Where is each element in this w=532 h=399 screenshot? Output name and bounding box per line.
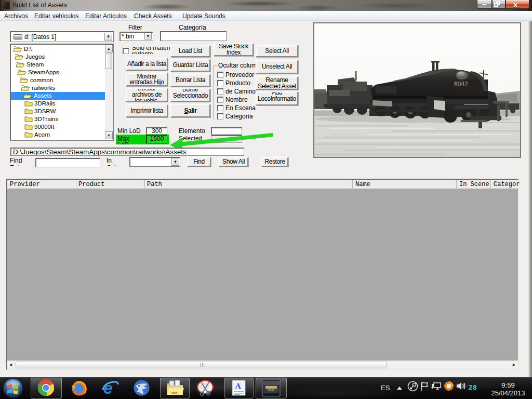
svg-text:6042: 6042: [454, 81, 468, 88]
svg-text:A: A: [235, 381, 242, 391]
svg-text:8346: 8346: [268, 389, 275, 392]
